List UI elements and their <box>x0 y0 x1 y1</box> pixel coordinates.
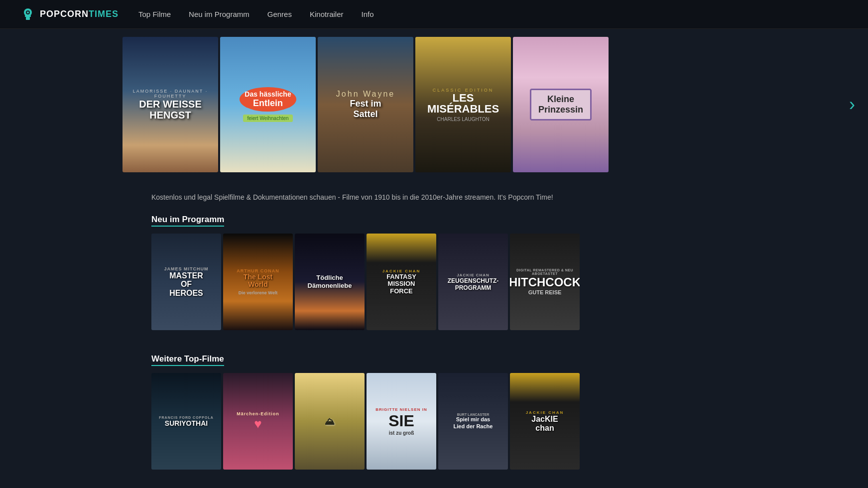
movie-lost-world[interactable]: Arthur Conan The LostWorld Die verlorene… <box>223 234 293 330</box>
hero-movie-entlein[interactable]: Das hässliche Entlein feiert Weihnachten <box>220 37 316 172</box>
nav-item-neu[interactable]: Neu im Programm <box>189 10 249 19</box>
nav-link-genres[interactable]: Genres <box>267 10 292 18</box>
movie-spiel[interactable]: BURT LANCASTER Spiel mir dasLied der Rac… <box>438 373 508 470</box>
movie-zeuge[interactable]: JACKIE CHAN ZEUGEN­SCHUTZ­PROGRAMM <box>438 234 508 330</box>
logo[interactable]: POPCORNTIMES <box>20 6 119 22</box>
hero-movie-miserables[interactable]: CLASSIC EDITION LesMisér­ables CHARLES L… <box>415 37 511 172</box>
navbar: POPCORNTIMES Top Filme Neu im Programm G… <box>0 0 868 29</box>
hero-movie-der-weisse[interactable]: LAMORISSE · DAUNANT · FOUHETTY DER WEISS… <box>123 37 218 172</box>
description: Kostenlos und legal Spielfilme & Dokumen… <box>0 180 868 211</box>
nav-item-top-filme[interactable]: Top Filme <box>138 10 171 19</box>
nav-link-info[interactable]: Info <box>362 10 374 18</box>
neu-section-title: Neu im Programm <box>151 215 224 227</box>
movie-toedliche[interactable]: TödlicheDämon­en­liebe <box>295 234 365 330</box>
hero-next-arrow[interactable]: › <box>842 95 862 115</box>
movie-mountain[interactable]: ⛰ <box>295 373 365 470</box>
weitere-section-title: Weitere Top-Filme <box>151 354 224 366</box>
hero-movie-john-wayne[interactable]: John Wayne Fest imSattel <box>318 37 413 172</box>
movie-jackie2[interactable]: JACKIE CHAN JacKIEchan <box>510 373 580 470</box>
logo-popcorn: POPCORN <box>40 9 89 19</box>
neu-movie-row: JAMES MITCHUM MASTEROFHEROES Arthur Cona… <box>151 234 868 330</box>
nav-item-kino[interactable]: Kinotrailer <box>310 10 344 19</box>
logo-times: TIMES <box>89 9 119 19</box>
svg-point-4 <box>27 11 29 13</box>
nav-item-info[interactable]: Info <box>362 10 374 19</box>
svg-rect-1 <box>25 15 31 17</box>
hero-track: LAMORISSE · DAUNANT · FOUHETTY DER WEISS… <box>0 37 868 172</box>
svg-rect-2 <box>26 17 30 20</box>
nav-link-top-filme[interactable]: Top Filme <box>138 10 171 18</box>
hero-carousel: LAMORISSE · DAUNANT · FOUHETTY DER WEISS… <box>0 29 868 180</box>
movie-master[interactable]: JAMES MITCHUM MASTEROFHEROES <box>151 234 221 330</box>
nav-link-kino[interactable]: Kinotrailer <box>310 10 344 18</box>
logo-icon <box>20 6 36 22</box>
hero-movie-kleine[interactable]: KleinePrinzessin <box>513 37 609 172</box>
description-text: Kostenlos und legal Spielfilme & Dokumen… <box>151 193 553 201</box>
logo-text: POPCORNTIMES <box>40 9 119 19</box>
neu-section: Neu im Programm JAMES MITCHUM MASTEROFHE… <box>0 211 868 342</box>
movie-maerchen[interactable]: Märchen-Edition ♥ <box>223 373 293 470</box>
movie-sie[interactable]: BRIGITTE NIELSEN in SIE ist zu groß <box>367 373 436 470</box>
movie-suriy[interactable]: FRANCIS FORD COPPOLA SURIYOTHAI <box>151 373 221 470</box>
nav-link-neu[interactable]: Neu im Programm <box>189 10 249 18</box>
nav-item-genres[interactable]: Genres <box>267 10 292 19</box>
movie-hitchcock[interactable]: DIGITAL REMASTERED & NEU ABGETASTET HITC… <box>510 234 580 330</box>
nav-menu: Top Filme Neu im Programm Genres Kinotra… <box>138 10 374 19</box>
weitere-movie-row: FRANCIS FORD COPPOLA SURIYOTHAI Märchen-… <box>151 373 868 470</box>
weitere-section: Weitere Top-Filme FRANCIS FORD COPPOLA S… <box>0 350 868 482</box>
movie-fantasy[interactable]: JACKIE CHAN FANTASYMISSIONFORCE <box>367 234 436 330</box>
